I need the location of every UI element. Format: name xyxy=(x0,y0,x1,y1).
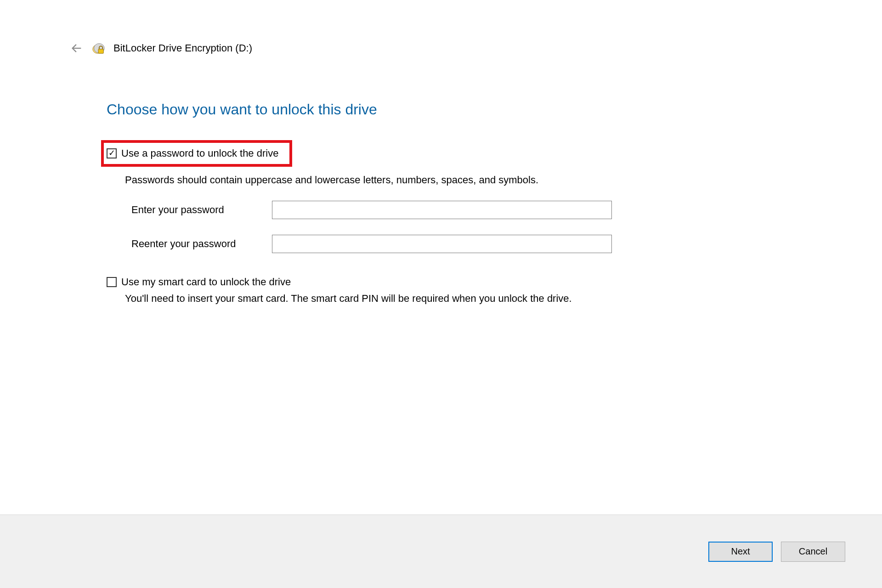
footer-bar: Next Cancel xyxy=(0,514,882,588)
enter-password-input[interactable] xyxy=(272,201,612,219)
smartcard-hint: You'll need to insert your smart card. T… xyxy=(125,293,781,305)
smartcard-checkbox[interactable] xyxy=(107,277,117,287)
svg-rect-3 xyxy=(98,49,103,53)
reenter-password-label: Reenter your password xyxy=(131,238,272,250)
password-hint: Passwords should contain uppercase and l… xyxy=(125,174,781,186)
enter-password-label: Enter your password xyxy=(131,204,272,216)
bitlocker-icon xyxy=(91,41,105,55)
smartcard-checkbox-label: Use my smart card to unlock the drive xyxy=(121,276,291,288)
next-button[interactable]: Next xyxy=(708,542,773,562)
back-icon[interactable] xyxy=(70,42,83,55)
smartcard-option: Use my smart card to unlock the drive Yo… xyxy=(107,276,781,305)
password-checkbox[interactable] xyxy=(107,148,117,158)
wizard-header: BitLocker Drive Encryption (D:) xyxy=(0,0,882,55)
enter-password-row: Enter your password xyxy=(131,201,781,219)
password-checkbox-label: Use a password to unlock the drive xyxy=(121,147,278,159)
content-area: Choose how you want to unlock this drive… xyxy=(0,55,781,305)
smartcard-checkbox-row[interactable]: Use my smart card to unlock the drive xyxy=(107,276,781,288)
cancel-button[interactable]: Cancel xyxy=(781,542,845,562)
password-checkbox-row[interactable]: Use a password to unlock the drive xyxy=(107,147,278,159)
page-heading: Choose how you want to unlock this drive xyxy=(107,101,781,118)
reenter-password-row: Reenter your password xyxy=(131,235,781,253)
password-option-highlight: Use a password to unlock the drive xyxy=(101,140,292,167)
reenter-password-input[interactable] xyxy=(272,235,612,253)
wizard-title: BitLocker Drive Encryption (D:) xyxy=(113,42,252,54)
